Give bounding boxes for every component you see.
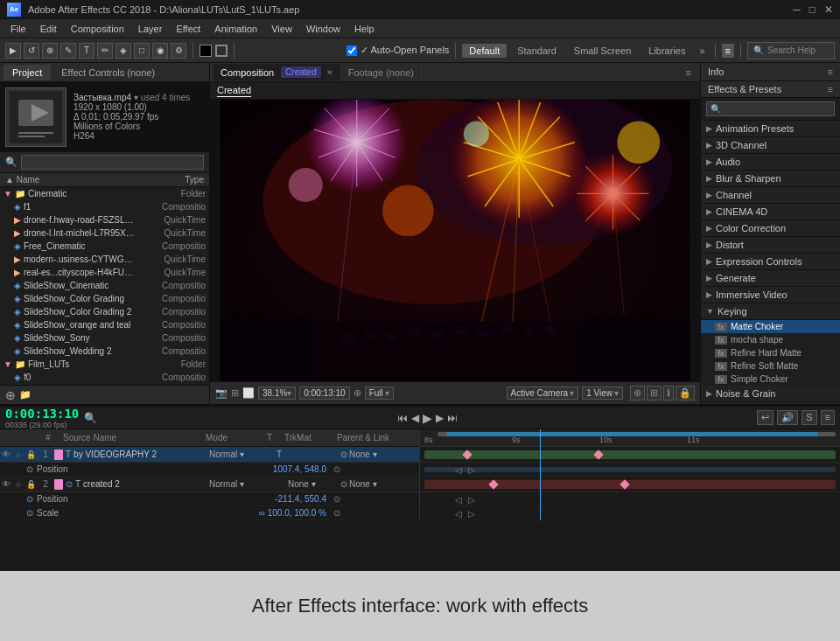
layer-parent-dropdown[interactable]: ⊙None ▾: [340, 479, 419, 489]
tool-camera[interactable]: ⚙: [171, 43, 186, 59]
viewer-transparency-btn[interactable]: ⬜: [242, 387, 255, 399]
effects-category-keying[interactable]: ▼ Keying: [701, 303, 840, 320]
list-item[interactable]: ◈ f1 Compositio: [0, 200, 209, 213]
prop-reset-icon[interactable]: ⊙: [333, 508, 340, 518]
default-workspace-btn[interactable]: Default: [462, 44, 507, 58]
panel-menu-icon[interactable]: ≡: [681, 67, 696, 78]
layer-solo-icon[interactable]: ○: [12, 480, 24, 489]
nav-arrow-left-3[interactable]: ◁: [455, 509, 462, 519]
effects-category-animation-presets[interactable]: ▶ Animation Presets: [701, 121, 840, 137]
list-item[interactable]: ◈ SlideShow_Color Grading Compositio: [0, 292, 209, 305]
project-tab[interactable]: Project: [4, 65, 51, 80]
layer-tikmat-dropdown[interactable]: None ▾: [288, 479, 340, 489]
menu-composition[interactable]: Composition: [64, 22, 131, 36]
fill-swatch[interactable]: [200, 45, 212, 57]
stroke-swatch[interactable]: [215, 45, 228, 57]
effects-item-matte-choker[interactable]: fx Matte Choker: [701, 320, 840, 333]
comp-close-btn[interactable]: ✕: [326, 68, 333, 77]
stopwatch-icon[interactable]: ⊙: [26, 508, 33, 518]
layer-solo-icon[interactable]: ○: [12, 450, 24, 459]
layer-lock-icon[interactable]: 🔓: [24, 450, 37, 459]
tool-text[interactable]: T: [79, 43, 94, 59]
tool-rotate[interactable]: ↺: [24, 43, 39, 59]
small-screen-workspace-btn[interactable]: Small Screen: [567, 44, 638, 58]
effects-item-simple-choker[interactable]: fx Simple Choker: [701, 373, 840, 386]
3d-lock-btn[interactable]: 🔒: [676, 386, 695, 401]
tool-select[interactable]: ▶: [5, 43, 21, 59]
minimize-btn[interactable]: ─: [793, 3, 801, 16]
effects-category-expression-controls[interactable]: ▶ Expression Controls: [701, 254, 840, 270]
effects-category-audio[interactable]: ▶ Audio: [701, 154, 840, 171]
prev-frame-btn[interactable]: ◀: [411, 412, 419, 424]
list-item[interactable]: ◈ SlideShow_Cinematic Compositio: [0, 279, 209, 292]
preview-options-btn[interactable]: ≡: [821, 410, 835, 425]
skip-start-btn[interactable]: ⏮: [397, 412, 408, 424]
effects-item-mocha-shape[interactable]: fx mocha shape: [701, 333, 840, 346]
tool-pen[interactable]: ✎: [60, 43, 76, 59]
auto-open-panels[interactable]: ✓ Auto-Open Panels: [346, 45, 449, 56]
menu-edit[interactable]: Edit: [33, 22, 64, 36]
search-help-input[interactable]: 🔍 Search Help: [747, 42, 835, 59]
prop-value[interactable]: -211.4, 550.4: [275, 494, 326, 504]
effects-category-channel[interactable]: ▶ Channel: [701, 187, 840, 204]
libraries-workspace-btn[interactable]: Libraries: [641, 44, 692, 58]
3d-axis-btn[interactable]: ⊕: [630, 386, 645, 401]
next-frame-btn[interactable]: ▶: [436, 412, 444, 424]
info-menu-icon[interactable]: ≡: [828, 66, 833, 77]
tool-stamp[interactable]: ◈: [116, 43, 131, 59]
effects-category-blur-sharpen[interactable]: ▶ Blur & Sharpen: [701, 171, 840, 187]
effects-category-3d-channel[interactable]: ▶ 3D Channel: [701, 137, 840, 154]
comp-tab-composition[interactable]: Composition Created ✕: [214, 64, 341, 80]
stopwatch-icon[interactable]: ⊙: [26, 494, 33, 504]
list-item[interactable]: ▶ real-es...cityscope-H4kFUL9.mov QuickT…: [0, 266, 209, 279]
effects-item-refine-soft-matte[interactable]: fx Refine Soft Matte: [701, 359, 840, 373]
nav-arrow-right-2[interactable]: ▷: [468, 495, 475, 505]
list-item[interactable]: ▼ 📁 Cinematic Folder: [0, 187, 209, 200]
list-item[interactable]: ◈ SlideShow_Wedding 2 Compositio: [0, 345, 209, 358]
tool-shapes[interactable]: □: [134, 43, 150, 59]
layer-mode-dropdown[interactable]: Normal ▾: [209, 449, 270, 459]
list-item[interactable]: ▶ drone-f.hway-road-FSZSL3V.mov QuickTim…: [0, 213, 209, 226]
effects-menu-icon[interactable]: ≡: [828, 84, 833, 94]
footage-tab[interactable]: Footage (none): [341, 65, 422, 80]
prop-value[interactable]: ∞ 100.0, 100.0 %: [259, 508, 326, 518]
list-item[interactable]: ◈ f0 Compositio: [0, 371, 209, 384]
menu-window[interactable]: Window: [299, 22, 347, 36]
viewer-color-btn[interactable]: ⊕: [354, 387, 361, 399]
effects-category-distort[interactable]: ▶ Distort: [701, 237, 840, 254]
maximize-btn[interactable]: □: [809, 3, 816, 16]
nav-arrow-left-2[interactable]: ◁: [455, 495, 462, 505]
project-search-input[interactable]: [21, 155, 204, 170]
layer-parent-dropdown[interactable]: ⊙None ▾: [340, 449, 419, 459]
viewer-quality-dropdown[interactable]: Full▾: [365, 387, 394, 400]
stopwatch-icon[interactable]: ⊙: [26, 464, 33, 474]
menu-file[interactable]: File: [4, 22, 33, 36]
prop-reset-icon[interactable]: ⊙: [333, 464, 340, 474]
loop-btn[interactable]: ↩: [757, 410, 774, 425]
new-folder-btn[interactable]: 📁: [19, 389, 32, 401]
viewer-views-dropdown[interactable]: 1 View▾: [582, 387, 623, 400]
list-item[interactable]: ◈ SlideShow_Color Grading 2 Compositio: [0, 305, 209, 318]
menu-animation[interactable]: Animation: [207, 22, 264, 36]
tool-pin[interactable]: ◉: [152, 43, 168, 59]
list-item[interactable]: ◈ Free_Cinematic Compositio: [0, 240, 209, 253]
layer-mode-dropdown[interactable]: Normal ▾: [209, 479, 270, 489]
list-item[interactable]: ◈ SlideShow_orange and teal Compositio: [0, 318, 209, 331]
3d-info-btn[interactable]: ℹ: [663, 386, 674, 401]
viewer-snapshot-btn[interactable]: 📷: [215, 387, 228, 399]
audio-btn[interactable]: 🔊: [777, 410, 798, 425]
effects-category-noise-grain[interactable]: ▶ Noise & Grain: [701, 386, 840, 402]
nav-arrow-left-1[interactable]: ◁: [455, 465, 462, 475]
skip-end-btn[interactable]: ⏭: [447, 412, 458, 424]
viewer-camera-dropdown[interactable]: Active Camera▾: [507, 387, 579, 400]
play-btn[interactable]: ▶: [423, 411, 432, 425]
close-btn[interactable]: ✕: [824, 3, 833, 16]
layer-eye-icon[interactable]: 👁: [0, 479, 12, 489]
effects-category-cinema4d[interactable]: ▶ CINEMA 4D: [701, 204, 840, 220]
list-item[interactable]: ▶ drone-l.Int-michel-L7R95XP.mov QuickTi…: [0, 226, 209, 240]
solo-btn[interactable]: S: [802, 410, 816, 425]
more-workspaces-btn[interactable]: »: [696, 44, 708, 58]
tool-brush[interactable]: ✏: [97, 43, 113, 59]
effects-category-generate[interactable]: ▶ Generate: [701, 270, 840, 287]
menu-view[interactable]: View: [264, 22, 299, 36]
